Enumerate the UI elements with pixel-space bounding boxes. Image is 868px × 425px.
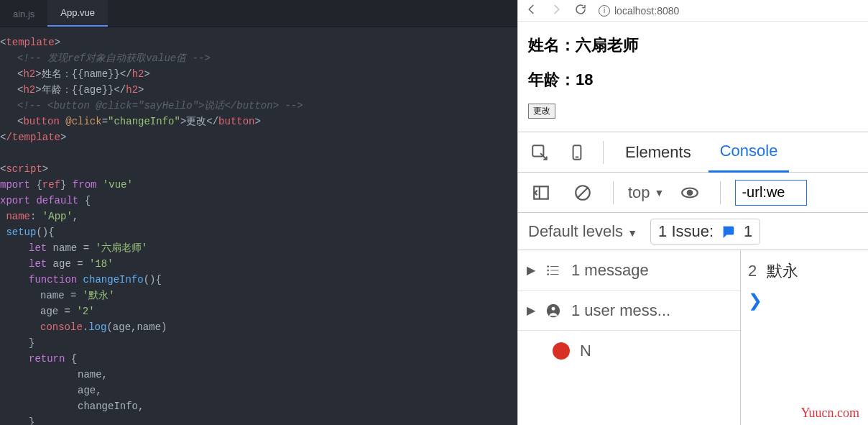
code-editor: ain.js App.vue <template> <!-- 发现ref对象自动… xyxy=(0,0,517,425)
issues-badge[interactable]: 1 Issue: 1 xyxy=(650,219,760,245)
rendered-page: 姓名：六扇老师 年龄：18 更改 xyxy=(518,22,868,132)
issues-icon xyxy=(721,224,737,239)
kw-return: return xyxy=(29,353,65,365)
console-levels-row: Default levels ▼ 1 Issue: 1 xyxy=(518,213,868,250)
code-comment-1: <!-- 发现ref对象自动获取value值 --> xyxy=(17,52,211,64)
context-selector[interactable]: top ▼ xyxy=(628,183,664,202)
svg-point-8 xyxy=(688,190,693,195)
editor-tabbar: ain.js App.vue xyxy=(0,0,517,27)
tag-h2-age-close: h2 xyxy=(126,84,138,96)
tag-button: button xyxy=(23,116,59,127)
live-expression-icon[interactable] xyxy=(674,178,706,207)
tag-template-close: /template xyxy=(6,132,60,143)
h2-name-text: >姓名：{{name}}</ xyxy=(35,68,131,80)
page-age-heading: 年龄：18 xyxy=(528,69,858,91)
browser-panel: i localhost:8080 姓名：六扇老师 年龄：18 更改 Elemen… xyxy=(517,0,868,425)
sidebar-n-label: N xyxy=(580,342,591,360)
console-output[interactable]: 2 默永 ❯ Yuucn.com xyxy=(741,250,868,425)
sidebar-messages-row[interactable]: ▶ 1 message xyxy=(518,250,740,291)
tab-console[interactable]: Console xyxy=(708,132,790,173)
attr-click-val: "changeInfo" xyxy=(108,116,180,127)
svg-point-12 xyxy=(548,265,549,267)
error-icon xyxy=(553,342,570,360)
log-text: 默永 xyxy=(767,260,798,282)
console-body: ▶ 1 message ▶ 1 user mess... N 2 xyxy=(518,250,868,425)
str-assign-name: '默永' xyxy=(83,290,115,301)
reload-icon[interactable] xyxy=(574,3,587,18)
sidebar-toggle-icon[interactable] xyxy=(525,178,557,207)
kw-from: from xyxy=(73,179,97,191)
forward-icon[interactable] xyxy=(550,3,563,18)
id-console: console xyxy=(40,321,83,333)
kw-export: xport xyxy=(0,195,30,206)
clear-console-icon[interactable] xyxy=(567,178,599,207)
console-prompt-icon[interactable]: ❯ xyxy=(748,285,861,311)
change-button[interactable]: 更改 xyxy=(528,104,555,119)
tab-elements[interactable]: Elements xyxy=(614,133,703,172)
sidebar-messages-label: 1 message xyxy=(571,261,649,280)
back-icon[interactable] xyxy=(525,3,538,18)
button-inner: 更改 xyxy=(186,116,206,127)
devtools-tabbar: Elements Console xyxy=(518,132,868,173)
tag-h2-name-close: h2 xyxy=(132,68,144,80)
console-filter-input[interactable] xyxy=(735,180,807,206)
code-area[interactable]: <template> <!-- 发现ref对象自动获取value值 --> <h… xyxy=(0,27,517,425)
key-name: name xyxy=(6,211,30,222)
kw-function: function xyxy=(29,274,77,285)
list-icon xyxy=(545,262,561,278)
expand-icon: ▶ xyxy=(527,263,535,277)
console-toolbar: top ▼ xyxy=(518,173,868,213)
tag-script-open: script xyxy=(6,163,42,175)
str-name-val: '六扇老师' xyxy=(95,242,147,254)
kw-import: mport xyxy=(0,179,30,191)
kw-default: default xyxy=(30,195,78,206)
brace-close-1: } xyxy=(29,337,34,349)
str-app: 'App' xyxy=(42,211,73,222)
svg-line-6 xyxy=(577,187,588,198)
attr-click: @click xyxy=(65,116,101,127)
watermark: Yuucn.com xyxy=(801,406,859,421)
sidebar-user-row[interactable]: ▶ 1 user mess... xyxy=(518,291,740,331)
kw-let-2: let xyxy=(29,258,47,270)
tag-h2-age-open: h2 xyxy=(23,84,35,96)
devtools: Elements Console top ▼ Default levels ▼ … xyxy=(518,132,868,425)
expand-icon: ▶ xyxy=(527,303,535,317)
str-vue: 'vue' xyxy=(96,179,132,191)
inspect-element-icon[interactable] xyxy=(524,138,555,167)
str-age-val: '18' xyxy=(89,258,114,270)
fn-log: log xyxy=(88,321,106,333)
fn-setup: setup xyxy=(6,227,36,238)
console-sidebar: ▶ 1 message ▶ 1 user mess... N xyxy=(518,250,741,425)
svg-rect-3 xyxy=(534,186,548,198)
console-log-line: 2 默永 xyxy=(748,257,861,285)
site-info-icon[interactable]: i xyxy=(599,5,610,17)
code-comment-2: <!-- <button @click="sayHello">说话</butto… xyxy=(17,100,303,111)
device-toggle-icon[interactable] xyxy=(561,138,593,167)
tab-app-vue[interactable]: App.vue xyxy=(47,0,108,27)
ret-changeinfo: changeInfo, xyxy=(78,401,144,412)
svg-point-13 xyxy=(548,270,549,271)
user-icon xyxy=(545,303,561,319)
svg-point-14 xyxy=(548,273,549,275)
log-levels-selector[interactable]: Default levels ▼ xyxy=(528,222,637,241)
h2-age-text: >年龄：{{age}}</ xyxy=(35,84,126,96)
page-name-heading: 姓名：六扇老师 xyxy=(528,35,858,56)
ret-age: age, xyxy=(78,385,102,396)
sidebar-errors-row[interactable]: N xyxy=(518,331,740,371)
svg-point-16 xyxy=(551,306,555,311)
tag-template-open: template xyxy=(6,37,54,48)
browser-address-bar: i localhost:8080 xyxy=(518,0,868,22)
tab-main-js[interactable]: ain.js xyxy=(0,1,47,27)
id-ref: ref xyxy=(42,179,60,191)
sidebar-user-label: 1 user mess... xyxy=(571,301,670,320)
log-repeat-count: 2 xyxy=(748,262,757,280)
kw-let-1: let xyxy=(29,242,47,254)
str-assign-age: '2' xyxy=(76,306,94,317)
ret-name: name, xyxy=(78,369,108,380)
brace-close-2: } xyxy=(29,416,34,425)
url-text[interactable]: localhost:8080 xyxy=(614,5,679,17)
fn-changeinfo: changeInfo xyxy=(77,274,143,285)
tag-h2-name-open: h2 xyxy=(23,68,35,80)
